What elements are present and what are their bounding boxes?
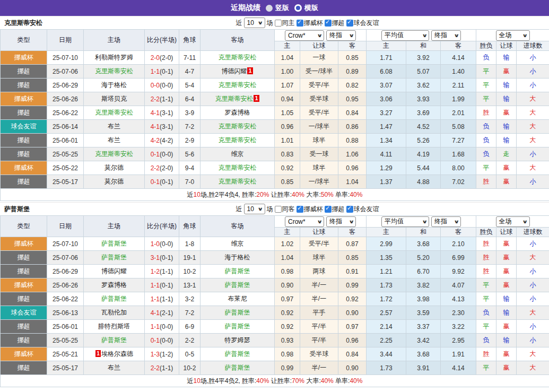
cup-label[interactable]: 挪威杯 [304,205,323,214]
match-date: 25-06-26 [47,278,84,292]
match-score: 0-1(0-0) [145,147,179,161]
match-scope-select[interactable]: 全场∨ [496,30,530,41]
league-label[interactable]: 挪超 [332,205,345,214]
match-row: 球会友谊25-06-14布兰4-1(3-1)7-2克里斯蒂安松0.96一/球半0… [1,120,549,134]
crown-handicap: 球半 [300,251,338,265]
league-badge: 挪威杯 [1,92,47,106]
same-venue-label[interactable]: 同主 [282,19,295,28]
same-venue-checkbox[interactable] [275,20,282,27]
match-row: 挪超25-05-25萨普斯堡0-1(0-0)2-2特罗姆瑟0.93平/半0.96… [1,334,549,347]
layout-radio-horizontal[interactable]: 横版 [294,3,318,13]
league-badge: 球会友谊 [1,120,47,134]
away-team: 维京 [201,237,275,251]
cup-checkbox[interactable] [297,20,303,27]
team-name: 利勒斯特罗姆 [95,54,133,61]
summary-text: 让胜率: [269,191,292,198]
sub-header-avg-home: 主 [367,228,406,237]
layout-radio-vertical[interactable]: 竖版 [266,3,289,13]
match-scope-select[interactable]: 全场∨ [496,216,530,227]
avg-draw-odds: 3.62 [406,79,441,92]
result-handicap: 赢 [496,320,517,334]
avg-away-odds: 5.08 [441,120,476,134]
summary-stat-value: 70% [292,377,304,385]
match-score: 4-2(4-2) [145,134,179,147]
league-label[interactable]: 挪超 [332,19,345,28]
corner-count: 7-2 [179,120,201,134]
corner-count: 3-9 [179,106,201,120]
chevron-down-icon: ∨ [257,206,263,212]
result-goals: 大 [517,251,549,265]
average-odds-select[interactable]: 平均值∨ [381,216,429,227]
crown-handicap: 球半 [300,161,338,175]
match-date: 25-05-17 [47,361,84,375]
result-handicap: 输 [496,120,517,134]
match-score: 2-2(1-1) [145,361,179,375]
result-goals: 小 [517,278,549,292]
match-date: 25-05-25 [47,147,84,161]
avg-home-odds: 1.73 [367,361,406,375]
final-odds-select[interactable]: 终指∨ [326,30,356,41]
avg-home-odds: 2.25 [367,334,406,347]
match-score: 0-1(0-1) [145,175,179,189]
radio-vertical-label[interactable]: 竖版 [275,3,289,13]
crown-away-odds: 0.88 [338,134,367,147]
summary-text: 大率: [304,377,321,385]
same-venue-checkbox[interactable] [275,206,282,213]
league-badge: 挪威杯 [1,161,47,175]
friendly-label[interactable]: 球会友谊 [354,19,379,28]
crown-home-odds: 1.04 [275,251,300,265]
crown-handicap: 平/半 [300,320,338,334]
score-halftime: (0-0) [160,323,173,330]
crown-away-odds: 0.92 [338,292,367,306]
league-checkbox[interactable] [325,20,332,27]
match-count-select[interactable]: 10∨ [244,204,265,214]
cup-checkbox[interactable] [297,206,303,213]
avg-home-odds: 3.06 [367,92,406,106]
radio-filled-icon[interactable] [266,5,273,12]
league-checkbox[interactable] [325,206,332,213]
summary-text: 单率: [334,377,350,385]
final-odds-select[interactable]: 终指∨ [326,216,356,227]
crown-away-odds: 0.91 [338,265,367,278]
radio-hollow-icon[interactable] [294,4,302,12]
bookmaker-select[interactable]: Crow*∨ [285,30,324,41]
avg-home-odds: 3.27 [367,106,406,120]
bookmaker-select[interactable]: Crow*∨ [285,216,324,227]
match-row: 挪超25-06-22克里斯蒂安松4-1(3-1)3-9罗森博格1.05受平/半0… [1,106,549,120]
crown-handicap: 受平/半 [300,237,338,251]
result-handicap: 输 [496,306,517,320]
crown-home-odds: 0.90 [275,278,300,292]
same-venue-label[interactable]: 同客 [282,205,295,214]
result-goals: 大 [517,361,549,375]
team-name: 克里斯蒂安松 [215,95,253,102]
crown-home-odds: 1.04 [275,51,300,65]
match-count-select[interactable]: 10∨ [244,18,265,28]
away-team: 萨普斯堡 [201,361,275,375]
avg-draw-odds: 3.42 [406,334,441,347]
summary-stat-value: 40% [321,377,334,385]
team-name: 萨普斯堡 [101,254,127,261]
crown-away-odds: 0.89 [338,65,367,79]
average-odds-select[interactable]: 平均值∨ [381,30,429,41]
avg-away-odds: 1.40 [441,65,476,79]
radio-horizontal-label[interactable]: 横版 [304,3,318,13]
league-badge: 挪超 [1,175,47,189]
final-odds-select-2[interactable]: 终指∨ [431,30,461,41]
match-row: 挪超25-06-01腓特烈斯塔1-1(0-0)6-9萨普斯堡0.92平/半0.9… [1,320,549,334]
avg-draw-odds: 3.92 [406,51,441,65]
avg-odds-header: 平均值∨ 终指∨ [367,216,476,228]
crown-handicap: 一球 [300,51,338,65]
match-row: 挪超25-06-29博德闪耀1-2(1-1)10-2萨普斯堡0.98两球0.91… [1,265,549,278]
result-outcome: 胜 [476,175,496,189]
score-halftime: (3-1) [160,109,173,117]
friendly-checkbox[interactable] [346,206,353,213]
result-outcome: 平 [476,79,496,92]
final-odds-select-2[interactable]: 终指∨ [431,216,461,227]
sub-header-avg-home: 主 [367,41,406,51]
friendly-label[interactable]: 球会友谊 [354,205,379,214]
corner-count: 7-0 [179,175,201,189]
league-badge: 挪超 [1,134,47,147]
friendly-checkbox[interactable] [346,20,353,27]
match-date: 25-05-22 [47,161,84,175]
cup-label[interactable]: 挪威杯 [304,19,323,28]
